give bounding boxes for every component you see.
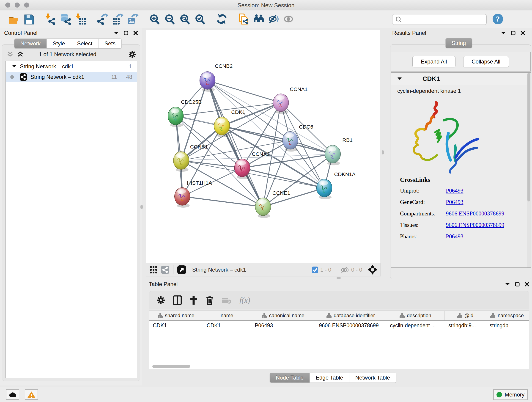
tab-select[interactable]: Select [71, 39, 98, 48]
hide-selected-button[interactable] [266, 12, 282, 26]
export-table-button[interactable] [110, 12, 126, 26]
crosslink-link[interactable]: 9606.ENSP00000378699 [446, 222, 504, 228]
import-database-button[interactable] [58, 12, 74, 26]
column-header-canonical-name[interactable]: canonical name [251, 311, 315, 320]
table-options-gear-icon[interactable] [157, 296, 165, 305]
panel-menu-icon[interactable] [501, 32, 506, 35]
collapse-all-button[interactable]: Collapse All [463, 56, 509, 67]
tab-string[interactable]: String [446, 38, 472, 48]
search-input[interactable] [392, 14, 487, 25]
expand-all-button[interactable]: Expand All [412, 56, 455, 67]
tab-sets[interactable]: Sets [98, 39, 121, 48]
birds-eye-view-icon[interactable] [177, 265, 186, 274]
results-scrollbar[interactable] [527, 73, 531, 268]
tab-node-table[interactable]: Node Table [270, 373, 310, 383]
search-icon [395, 16, 402, 24]
table-row[interactable]: CDK1CDK1P064939606.ENSP00000378699cyclin… [149, 321, 529, 330]
control-panel-title: Control Panel [4, 30, 37, 36]
delete-column-icon[interactable] [206, 295, 214, 305]
panel-float-icon[interactable] [511, 31, 515, 35]
crosslink-link[interactable]: P06493 [446, 187, 504, 194]
network-edge[interactable] [181, 160, 242, 168]
panel-float-icon[interactable] [515, 282, 520, 287]
horizontal-splitter-handle[interactable] [336, 277, 341, 279]
first-neighbors-button[interactable] [251, 12, 266, 26]
import-network-button[interactable] [43, 12, 58, 26]
show-all-icon [283, 13, 295, 25]
panel-close-icon[interactable] [520, 31, 525, 35]
network-edge[interactable] [207, 80, 263, 207]
zoom-selected-button[interactable] [193, 12, 208, 26]
node-label: CCNE1 [272, 190, 290, 196]
tab-style[interactable]: Style [46, 39, 71, 48]
table-cell[interactable]: CDK1 [149, 321, 203, 330]
network-options-gear-icon[interactable] [128, 51, 136, 58]
table-horizontal-scrollbar[interactable] [152, 365, 190, 368]
crosslink-link[interactable]: P06493 [446, 199, 504, 205]
status-bar: Memory [0, 387, 532, 402]
network-node-CCNA2[interactable]: CCNA2 [234, 151, 270, 179]
show-columns-icon[interactable] [173, 295, 182, 305]
network-edge[interactable] [207, 80, 281, 103]
network-node-HIST1H1A[interactable]: HIST1H1A [175, 180, 212, 208]
save-session-button[interactable] [22, 12, 37, 26]
export-network-button[interactable] [95, 12, 110, 26]
tab-network-table[interactable]: Network Table [349, 373, 396, 383]
left-splitter-handle[interactable] [140, 205, 143, 209]
gene-section-header[interactable]: CDK1 [391, 73, 527, 85]
export-image-button[interactable] [126, 12, 141, 26]
network-node-RB1[interactable]: RB1 [325, 137, 352, 166]
column-header-description[interactable]: description [386, 311, 445, 320]
cloud-status-button[interactable] [6, 389, 19, 400]
zoom-out-button[interactable] [162, 12, 177, 26]
network-edge[interactable] [207, 80, 333, 154]
network-canvas[interactable]: CCNB2CCNA1CDC25BCDK1CDC6RB1CCNB1CCNA2CDK… [146, 30, 381, 263]
help-button[interactable]: ? [493, 14, 503, 24]
refresh-view-icon [216, 13, 228, 25]
tree-expander-icon[interactable] [12, 65, 16, 68]
zoom-in-button[interactable] [147, 12, 162, 26]
network-selected-status: 1 of 1 Network selected [7, 51, 128, 57]
clone-network-button[interactable] [236, 12, 251, 26]
import-table-button[interactable] [74, 12, 89, 26]
open-file-button[interactable] [6, 12, 22, 26]
selected-checkbox-icon[interactable] [312, 266, 318, 273]
gene-expander-icon[interactable] [397, 77, 402, 80]
warnings-button[interactable] [25, 389, 38, 400]
table-cell[interactable]: 9606.ENSP00000378699 [315, 321, 386, 330]
column-header-database-identifier[interactable]: database identifier [315, 311, 386, 320]
network-node-CCNA1[interactable]: CCNA1 [273, 86, 308, 114]
add-column-icon[interactable] [190, 295, 198, 305]
node-table[interactable]: shared namenamecanonical namedatabase id… [149, 311, 529, 369]
tab-network[interactable]: Network [14, 39, 46, 48]
network-collection-row[interactable]: String Network – cdk1 1 [6, 61, 137, 72]
network-edge[interactable] [182, 196, 263, 207]
column-header-name[interactable]: name [203, 311, 251, 320]
network-row[interactable]: String Network – cdk1 11 48 [6, 72, 137, 82]
show-all-button[interactable] [282, 12, 297, 26]
panel-menu-icon[interactable] [505, 283, 510, 286]
column-header-shared-name[interactable]: shared name [149, 311, 203, 320]
table-cell[interactable]: stringdb [486, 321, 528, 330]
network-node-CCNB2[interactable]: CCNB2 [200, 63, 233, 92]
panel-menu-icon[interactable] [114, 32, 119, 35]
network-node-CDKN1A[interactable]: CDKN1A [317, 171, 356, 199]
memory-button[interactable]: Memory [493, 389, 528, 400]
table-cell[interactable]: stringdb:9... [445, 321, 486, 330]
table-cell[interactable]: cyclin-dependent ... [386, 321, 445, 330]
refresh-view-button[interactable] [215, 12, 230, 26]
tab-edge-table[interactable]: Edge Table [310, 373, 349, 383]
panel-close-icon[interactable] [525, 282, 529, 287]
table-cell[interactable]: CDK1 [203, 321, 251, 330]
table-cell[interactable]: P06493 [251, 321, 315, 330]
column-header-namespace[interactable]: namespace [486, 311, 528, 320]
crosslink-link[interactable]: 9606.ENSP00000378699 [446, 211, 504, 217]
panel-float-icon[interactable] [124, 31, 128, 35]
column-header-@id[interactable]: @id [445, 311, 486, 320]
fit-selected-crosshair-icon[interactable] [368, 265, 377, 274]
crosslink-link[interactable]: P06493 [446, 233, 504, 240]
network-share-icon[interactable] [161, 265, 170, 274]
grid-view-icon[interactable] [149, 266, 158, 274]
zoom-fit-button[interactable] [177, 12, 193, 26]
panel-close-icon[interactable] [133, 31, 138, 35]
